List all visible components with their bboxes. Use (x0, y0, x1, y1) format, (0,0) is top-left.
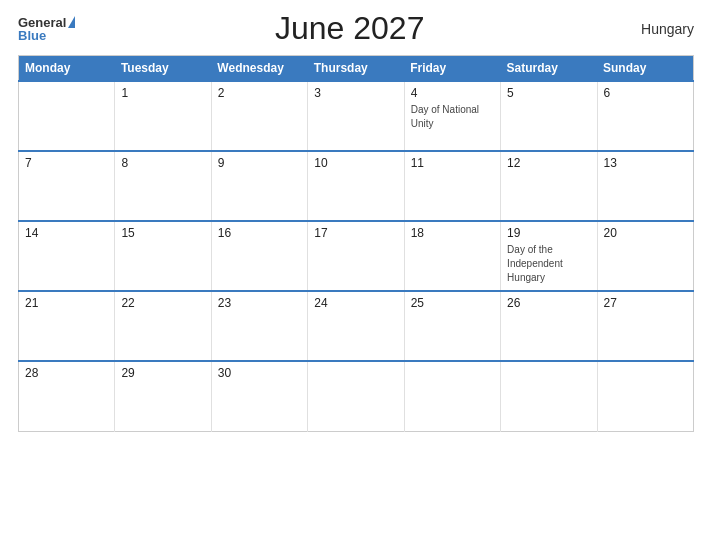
col-header-monday: Monday (19, 56, 115, 82)
day-number: 20 (604, 226, 687, 240)
calendar-cell: 15 (115, 221, 211, 291)
calendar-cell: 16 (211, 221, 307, 291)
calendar-header-row: MondayTuesdayWednesdayThursdayFridaySatu… (19, 56, 694, 82)
day-number: 15 (121, 226, 204, 240)
event-label: Day of the Independent Hungary (507, 244, 563, 283)
month-title: June 2027 (75, 10, 624, 47)
calendar-cell: 17 (308, 221, 404, 291)
calendar-cell: 21 (19, 291, 115, 361)
logo-triangle-icon (68, 16, 75, 28)
day-number: 29 (121, 366, 204, 380)
country-label: Hungary (624, 21, 694, 37)
calendar-cell (404, 361, 500, 431)
logo-blue-text: Blue (18, 29, 46, 42)
week-row-1: 1234Day of National Unity56 (19, 81, 694, 151)
calendar-cell: 4Day of National Unity (404, 81, 500, 151)
day-number: 8 (121, 156, 204, 170)
logo: General Blue (18, 16, 75, 42)
day-number: 13 (604, 156, 687, 170)
calendar-cell: 7 (19, 151, 115, 221)
day-number: 24 (314, 296, 397, 310)
day-number: 7 (25, 156, 108, 170)
week-row-5: 282930 (19, 361, 694, 431)
day-number: 3 (314, 86, 397, 100)
col-header-wednesday: Wednesday (211, 56, 307, 82)
day-number: 26 (507, 296, 590, 310)
calendar-cell: 2 (211, 81, 307, 151)
day-number: 14 (25, 226, 108, 240)
calendar-cell: 13 (597, 151, 693, 221)
calendar-cell: 11 (404, 151, 500, 221)
logo-general-text: General (18, 16, 66, 29)
calendar-cell: 23 (211, 291, 307, 361)
calendar-cell: 5 (501, 81, 597, 151)
calendar-cell: 8 (115, 151, 211, 221)
day-number: 16 (218, 226, 301, 240)
calendar-cell: 19Day of the Independent Hungary (501, 221, 597, 291)
event-label: Day of National Unity (411, 104, 479, 129)
calendar-cell: 25 (404, 291, 500, 361)
day-number: 22 (121, 296, 204, 310)
week-row-4: 21222324252627 (19, 291, 694, 361)
day-number: 30 (218, 366, 301, 380)
calendar-cell: 29 (115, 361, 211, 431)
day-number: 28 (25, 366, 108, 380)
calendar-cell: 30 (211, 361, 307, 431)
day-number: 18 (411, 226, 494, 240)
calendar-cell: 14 (19, 221, 115, 291)
col-header-thursday: Thursday (308, 56, 404, 82)
day-number: 6 (604, 86, 687, 100)
day-number: 25 (411, 296, 494, 310)
day-number: 2 (218, 86, 301, 100)
calendar-cell: 18 (404, 221, 500, 291)
calendar-cell: 22 (115, 291, 211, 361)
day-number: 12 (507, 156, 590, 170)
day-number: 23 (218, 296, 301, 310)
col-header-friday: Friday (404, 56, 500, 82)
week-row-3: 141516171819Day of the Independent Hunga… (19, 221, 694, 291)
week-row-2: 78910111213 (19, 151, 694, 221)
col-header-tuesday: Tuesday (115, 56, 211, 82)
calendar-cell: 27 (597, 291, 693, 361)
col-header-sunday: Sunday (597, 56, 693, 82)
calendar-cell: 10 (308, 151, 404, 221)
day-number: 19 (507, 226, 590, 240)
calendar-cell: 12 (501, 151, 597, 221)
day-number: 1 (121, 86, 204, 100)
calendar-page: General Blue June 2027 Hungary MondayTue… (0, 0, 712, 550)
calendar-cell: 3 (308, 81, 404, 151)
day-number: 9 (218, 156, 301, 170)
calendar-cell (501, 361, 597, 431)
day-number: 5 (507, 86, 590, 100)
calendar-cell (597, 361, 693, 431)
calendar-cell: 9 (211, 151, 307, 221)
day-number: 11 (411, 156, 494, 170)
calendar-table: MondayTuesdayWednesdayThursdayFridaySatu… (18, 55, 694, 432)
day-number: 17 (314, 226, 397, 240)
day-number: 27 (604, 296, 687, 310)
day-number: 4 (411, 86, 494, 100)
calendar-cell: 6 (597, 81, 693, 151)
calendar-cell: 1 (115, 81, 211, 151)
calendar-cell: 24 (308, 291, 404, 361)
calendar-cell: 28 (19, 361, 115, 431)
day-number: 10 (314, 156, 397, 170)
calendar-cell: 20 (597, 221, 693, 291)
col-header-saturday: Saturday (501, 56, 597, 82)
header: General Blue June 2027 Hungary (18, 10, 694, 47)
calendar-cell: 26 (501, 291, 597, 361)
day-number: 21 (25, 296, 108, 310)
calendar-cell (308, 361, 404, 431)
calendar-cell (19, 81, 115, 151)
